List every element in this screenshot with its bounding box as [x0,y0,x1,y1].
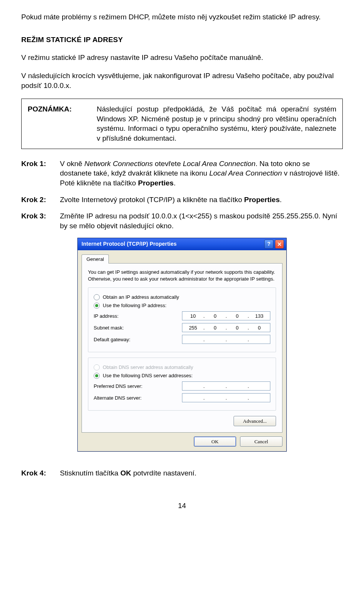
label-alternate-dns: Alternate DNS server: [94,395,182,402]
paragraph-static-intro: V režimu statické IP adresy nastavíte IP… [21,53,343,63]
page-number: 14 [21,501,343,511]
subnet-mask-field[interactable]: 255. 0. 0. 0 [182,323,270,332]
step-3-text: Změňte IP adresu na podsíť 10.0.0.x (1<x… [60,211,343,231]
radio-obtain-ip-auto[interactable] [94,294,100,300]
default-gateway-field[interactable]: . . . [182,335,270,344]
titlebar: Internet Protocol (TCP/IP) Properties ? [78,238,286,250]
dns-settings-group: Obtain DNS server address automatically … [88,358,276,411]
label-use-following-ip: Use the following IP address: [103,302,166,309]
step-4-label: Krok 4: [21,468,60,478]
step-4: Krok 4: Stisknutím tlačítka OK potvrdíte… [21,468,343,478]
close-button[interactable] [275,240,284,249]
heading-static-ip: REŽIM STATICKÉ IP ADRESY [21,35,343,45]
step-2-text: Zvolte Internetový protokol (TCP/IP) a k… [60,195,343,205]
ok-button[interactable]: OK [194,436,236,447]
step-3-label: Krok 3: [21,211,60,231]
step-1-label: Krok 1: [21,159,60,188]
ip-settings-group: Obtain an IP address automatically Use t… [88,287,276,352]
note-box: POZNÁMKA: Následující postup předpokládá… [21,99,343,149]
step-2: Krok 2: Zvolte Internetový protokol (TCP… [21,195,343,205]
step-2-label: Krok 2: [21,195,60,205]
label-subnet-mask: Subnet mask: [94,325,182,331]
paragraph-subnet: V následujících krocích vysvětlujeme, ja… [21,71,343,90]
label-use-following-dns: Use the following DNS server addresses: [103,372,193,379]
radio-use-following-ip[interactable] [94,303,100,309]
label-ip-address: IP address: [94,313,182,320]
alternate-dns-field[interactable]: . . . [182,393,270,402]
cancel-button[interactable]: Cancel [240,436,282,447]
step-3: Krok 3: Změňte IP adresu na podsíť 10.0.… [21,211,343,231]
close-icon [278,242,281,246]
preferred-dns-field[interactable]: . . . [182,381,270,391]
note-label: POZNÁMKA: [22,99,91,149]
step-4-text: Stisknutím tlačítka OK potvrdíte nastave… [60,468,343,478]
help-button[interactable]: ? [264,240,273,249]
window-title: Internet Protocol (TCP/IP) Properties [80,240,263,248]
advanced-button[interactable]: Advanced... [234,416,276,426]
label-obtain-ip-auto: Obtain an IP address automatically [103,294,179,301]
label-preferred-dns: Preferred DNS server: [94,383,182,390]
radio-use-following-dns[interactable] [94,373,100,379]
tab-general[interactable]: General [82,254,109,264]
label-default-gateway: Default gateway: [94,336,182,343]
note-text: Následující postup předpokládá, že Váš p… [91,99,343,149]
label-obtain-dns-auto: Obtain DNS server address automatically [103,364,193,371]
dialog-intro-text: You can get IP settings assigned automat… [88,269,276,282]
tcpip-properties-dialog: Internet Protocol (TCP/IP) Properties ? … [77,238,287,452]
step-1: Krok 1: V okně Network Connections otevř… [21,159,343,188]
ip-address-field[interactable]: 10. 0. 0. 133 [182,311,270,320]
step-1-text: V okně Network Connections otevřete Loca… [60,159,343,188]
paragraph-dhcp-issue: Pokud máte problémy s režimem DHCP, může… [21,12,343,22]
radio-obtain-dns-auto [94,364,100,370]
